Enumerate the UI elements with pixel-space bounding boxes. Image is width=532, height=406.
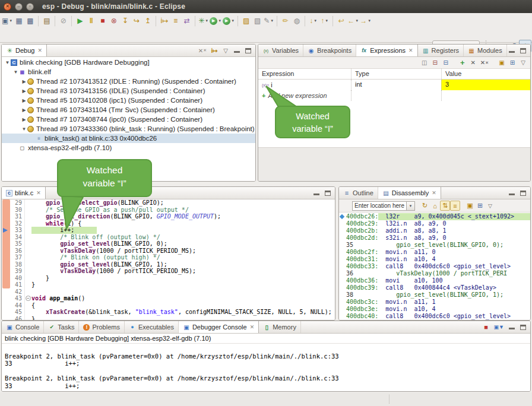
forward-icon[interactable]: →▼ — [359, 15, 372, 27]
collapsed-arrow-icon[interactable]: ▶ — [21, 117, 27, 122]
minimize-icon[interactable] — [508, 189, 515, 197]
world-icon[interactable]: ◍ — [291, 15, 302, 27]
minimize-icon[interactable] — [508, 46, 515, 55]
maximize-icon[interactable] — [324, 189, 331, 197]
tab-debug[interactable]: ✳ Debug ✕ — [2, 45, 47, 56]
last-edit-location-icon[interactable]: ↩ — [335, 15, 347, 27]
collapsed-arrow-icon[interactable]: ▶ — [21, 88, 27, 94]
column-type[interactable]: Type — [351, 69, 441, 79]
debug-tree-item[interactable]: ≡blink_task() at blink.c:33 0x400dbc26 — [2, 134, 255, 143]
format-icon[interactable]: ✏ — [280, 15, 291, 27]
use-step-filters-icon[interactable]: ≡ — [170, 15, 181, 27]
link-with-view-icon[interactable]: ⊞ — [475, 201, 485, 211]
maximize-icon[interactable] — [245, 46, 252, 55]
maximize-icon[interactable] — [520, 46, 527, 55]
tab-executables[interactable]: ●Executables — [125, 321, 179, 333]
back-icon[interactable]: ←▼ — [347, 15, 359, 27]
maximize-icon[interactable] — [520, 323, 527, 331]
tab-variables[interactable]: (x)Variables — [258, 45, 303, 56]
debug-icon[interactable]: ✳▼ — [198, 15, 209, 27]
debug-tree-item[interactable]: ▶Thread #7 1073408744 (ipc0) (Suspended … — [2, 115, 255, 124]
remove-all-expressions-icon[interactable]: ✕✕ — [480, 59, 489, 67]
tab-problems[interactable]: !Problems — [79, 321, 124, 333]
remove-expression-icon[interactable]: ✕ — [470, 59, 477, 67]
debug-tree-item[interactable]: ▶Thread #5 1073410208 (ipc1) (Suspended … — [2, 96, 255, 105]
tab-outline[interactable]: ≡Outline — [339, 187, 378, 199]
location-dropdown-icon[interactable]: ▼ — [407, 201, 415, 211]
expanded-arrow-icon[interactable]: ▼ — [21, 126, 27, 132]
save-icon[interactable]: ▦ — [13, 15, 24, 27]
view-menu-icon[interactable]: ▽ — [485, 201, 495, 211]
debug-tree-item[interactable]: ▼Thread #9 1073433360 (blink_task : Runn… — [2, 124, 255, 134]
tab-breakpoints[interactable]: ◉Breakpoints — [303, 45, 356, 56]
value-cell[interactable]: 3 — [441, 80, 530, 90]
step-over-icon[interactable]: ↪ — [131, 15, 142, 27]
add-expression-icon[interactable]: + — [459, 59, 466, 67]
previous-annotation-icon[interactable]: ↑▼ — [319, 15, 330, 27]
tab-disassembly[interactable]: ▤Disassembly✕ — [378, 187, 441, 199]
debug-tree-item[interactable]: ▼▦blink.elf — [2, 67, 255, 77]
new-view-icon[interactable]: ▣ — [465, 201, 475, 211]
terminate-icon[interactable]: ■ — [97, 15, 108, 27]
view-menu-icon[interactable]: ▽ — [520, 59, 527, 67]
fold-minus-icon[interactable]: − — [26, 296, 31, 301]
instruction-stepping-mode-icon[interactable]: i↦ — [211, 46, 218, 55]
collapsed-arrow-icon[interactable]: ▶ — [21, 107, 27, 113]
remove-all-terminated-icon[interactable]: ✕✕ — [198, 46, 207, 55]
instruction-stepping-icon[interactable]: i↦ — [159, 15, 170, 27]
debug-tree-item[interactable]: ▶Thread #6 1073431104 (Tmr Svc) (Suspend… — [2, 105, 255, 115]
build-icon[interactable]: ▤ — [41, 15, 52, 27]
console-output[interactable]: Breakpoint 2, blink_task (pvParameter=0x… — [2, 344, 530, 391]
external-tools-icon[interactable]: ▶▼ — [222, 15, 235, 27]
window-minimize-button[interactable]: – — [15, 3, 23, 11]
collapsed-arrow-icon[interactable]: ▶ — [21, 79, 27, 84]
resume-icon[interactable]: ▶ — [74, 15, 86, 27]
debug-tree-item[interactable]: ▢xtensa-esp32-elf-gdb (7.10) — [2, 143, 255, 153]
code-editor[interactable]: 29 gpio_pad_select_gpio(BLINK_GPIO);30 /… — [2, 199, 335, 320]
tab-console[interactable]: ▣Console — [2, 321, 44, 333]
location-input[interactable] — [352, 201, 407, 211]
pin-view-icon[interactable]: ⊞ — [509, 59, 516, 67]
step-return-icon[interactable]: ↥ — [142, 15, 153, 27]
open-resource-icon[interactable]: ▧ — [252, 15, 263, 27]
collapse-all-icon[interactable]: ⊟ — [442, 59, 449, 67]
close-icon[interactable]: ✕ — [250, 324, 255, 330]
debug-tree-item[interactable]: ▶Thread #2 1073413512 (IDLE : Running) (… — [2, 77, 255, 86]
show-type-names-icon[interactable]: ◫ — [421, 59, 428, 67]
suspend-icon[interactable]: ‖ — [86, 15, 97, 27]
tab-memory[interactable]: ▯Memory — [259, 321, 301, 333]
disconnect-icon[interactable]: ⊗ — [108, 15, 119, 27]
debug-tree-item[interactable]: ▶Thread #3 1073413156 (IDLE) (Suspended … — [2, 86, 255, 96]
maximize-icon[interactable] — [520, 189, 527, 197]
tab-tasks[interactable]: ✔Tasks — [44, 321, 79, 333]
tab-modules[interactable]: ▦Modules — [464, 45, 507, 56]
tab-blink-c[interactable]: c blink.c ✕ — [2, 187, 46, 199]
trace-icon[interactable]: ⇄ — [181, 15, 192, 27]
expanded-arrow-icon[interactable]: ▼ — [4, 60, 11, 65]
minimize-icon[interactable] — [508, 323, 515, 331]
terminate-icon[interactable]: ■ — [483, 323, 490, 331]
collapsed-arrow-icon[interactable]: ▶ — [21, 98, 27, 103]
tab-debugger-console[interactable]: ▣Debugger Console✕ — [179, 321, 259, 333]
next-annotation-icon[interactable]: ↓▼ — [308, 15, 319, 27]
tab-registers[interactable]: ▥Registers — [418, 45, 464, 56]
show-logical-structure-icon[interactable]: ⊟ — [432, 59, 439, 67]
refresh-icon[interactable]: ↻ — [420, 201, 430, 211]
display-selected-console-icon[interactable]: ▣▼ — [494, 323, 504, 331]
minimize-icon[interactable] — [313, 189, 320, 197]
launch-icon[interactable]: ✎▼ — [263, 15, 274, 27]
show-source-icon[interactable]: ≡ — [450, 201, 460, 211]
column-expression[interactable]: Expression — [258, 69, 351, 79]
close-icon[interactable]: ✕ — [408, 47, 413, 53]
open-type-icon[interactable]: ▨ — [240, 15, 252, 27]
expanded-arrow-icon[interactable]: ▼ — [12, 69, 19, 75]
save-all-icon[interactable]: ▩ — [24, 15, 36, 27]
home-icon[interactable]: ⌂ — [430, 201, 440, 211]
window-maximize-button[interactable]: ▫ — [26, 3, 34, 11]
step-into-icon[interactable]: ↧ — [119, 15, 131, 27]
run-icon[interactable]: ▶▼ — [209, 15, 222, 27]
column-value[interactable]: Value — [441, 69, 530, 79]
minimize-icon[interactable] — [233, 46, 240, 55]
close-icon[interactable]: ✕ — [37, 47, 42, 53]
skip-all-breakpoints-icon[interactable]: ⊘ — [58, 15, 69, 27]
